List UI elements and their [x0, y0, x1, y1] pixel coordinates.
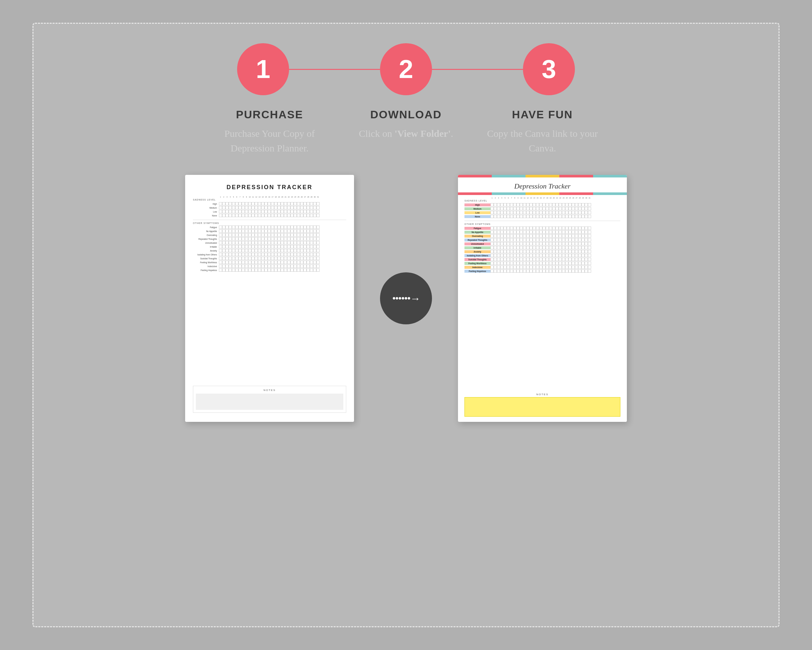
colored-stripes-top: [458, 175, 627, 177]
stripe-b3: [525, 193, 559, 195]
tracker-row: Repeated Thoughts: [464, 238, 620, 242]
tracker-row: Medium: [464, 207, 620, 210]
tracker-row: Unmotivated: [193, 241, 346, 245]
step-line-2: [432, 69, 523, 70]
step-1-title: PURCHASE: [201, 108, 338, 121]
stripe-5: [593, 175, 627, 177]
tracker-row: Isolating from Others: [193, 253, 346, 256]
tracker-row: Overeating: [193, 233, 346, 237]
tracker-row: Medium: [193, 206, 346, 209]
colored-body: 1234567891011121314151617181920212223242…: [458, 197, 627, 422]
tracker-row: None: [464, 215, 620, 218]
colored-header-row: 1234567891011121314151617181920212223242…: [464, 197, 620, 199]
colored-symptom-rows: FatigueNo AppetiteOvereatingRepeated Tho…: [464, 226, 620, 273]
colored-notes-area: [464, 397, 620, 417]
colored-doc-title: Depression Tracker: [458, 182, 627, 190]
plain-notes-label: NOTES: [196, 389, 343, 392]
steps-section: 1 2 3 PURCHASE Purchase Your Copy of Dep…: [46, 43, 766, 155]
plain-notes-area: [196, 393, 343, 410]
plain-symptoms-label: OTHER SYMPTOMS: [193, 222, 346, 224]
stripe-b5: [593, 193, 627, 195]
colored-sadness-label: SADNESS LEVEL: [464, 200, 620, 202]
step-2-info: DOWNLOAD Click on 'View Folder'.: [338, 108, 474, 155]
colored-notes-label: NOTES: [464, 393, 620, 396]
stripe-b2: [492, 193, 525, 195]
plain-doc-card: DEPRESSION TRACKER 123456789101112131415…: [185, 175, 354, 422]
step-line-1: [289, 69, 380, 70]
plain-notes-section: NOTES: [193, 386, 346, 413]
step-3-title: HAVE FUN: [474, 108, 611, 121]
step-2-circle: 2: [380, 43, 432, 95]
stripe-2: [492, 175, 525, 177]
step-3-info: HAVE FUN Copy the Canva link to your Can…: [474, 108, 611, 155]
stripe-b1: [458, 193, 492, 195]
tracker-row: None: [193, 214, 346, 217]
tracker-row: High: [464, 203, 620, 206]
tracker-row: Feeling Hopeless: [193, 268, 346, 272]
stripe-3: [525, 175, 559, 177]
step-1-info: PURCHASE Purchase Your Copy of Depressio…: [201, 108, 338, 155]
step-2-plain: Click on: [359, 128, 395, 139]
colored-stripes-bottom: [458, 193, 627, 194]
outer-container: 1 2 3 PURCHASE Purchase Your Copy of Dep…: [32, 23, 780, 627]
tracker-row: Fatigue: [193, 226, 346, 229]
tracker-row: Anxiety: [464, 250, 620, 253]
tracker-row: Anxiety: [193, 249, 346, 252]
tracker-row: Indecisive: [464, 266, 620, 269]
tracker-row: Suicidal Thoughts: [193, 257, 346, 260]
step-3-circle: 3: [523, 43, 575, 95]
colored-header-nums: 1234567891011121314151617181920212223242…: [490, 197, 591, 199]
tracker-row: Low: [193, 210, 346, 213]
tracker-row: Overeating: [464, 234, 620, 237]
plain-doc-title: DEPRESSION TRACKER: [193, 184, 346, 191]
colored-symptoms-label: OTHER SYMPTOMS: [464, 223, 620, 225]
docs-section: DEPRESSION TRACKER 123456789101112131415…: [46, 175, 766, 422]
plain-sadness-rows: HighMediumLowNone: [193, 202, 346, 218]
steps-row: 1 2 3: [237, 43, 575, 95]
tracker-row: No Appetite: [193, 229, 346, 233]
plain-header-nums: 1234567891011121314151617181920212223242…: [219, 196, 320, 198]
tracker-row: Indecisive: [193, 265, 346, 268]
colored-sadness-rows: HighMediumLowNone: [464, 203, 620, 219]
step-3-desc: Copy the Canva link to your Canva.: [474, 126, 611, 155]
tracker-row: High: [193, 202, 346, 205]
stripe-b4: [559, 193, 593, 195]
steps-labels: PURCHASE Purchase Your Copy of Depressio…: [46, 108, 766, 155]
tracker-row: Feeling Worthless: [464, 262, 620, 265]
tracker-row: Low: [464, 211, 620, 214]
plain-header-row: 1234567891011121314151617181920212223242…: [193, 196, 346, 198]
tracker-row: Unmotivated: [464, 242, 620, 245]
step-1-desc: Purchase Your Copy of Depression Planner…: [201, 126, 338, 155]
tracker-row: Fatigue: [464, 226, 620, 230]
stripe-4: [559, 175, 593, 177]
step-2-bold: 'View Folder': [395, 128, 451, 139]
tracker-row: Isolating from Others: [464, 254, 620, 257]
tracker-row: Feeling Worthless: [193, 261, 346, 264]
plain-sadness-label: SADNESS LEVEL: [193, 199, 346, 201]
stripe-1: [458, 175, 492, 177]
colored-doc-card: Depression Tracker 123456789101112131415…: [458, 175, 627, 422]
tracker-row: Feeling Hopeless: [464, 269, 620, 273]
tracker-row: Irritable: [193, 245, 346, 248]
step-1-circle: 1: [237, 43, 289, 95]
tracker-row: Irritable: [464, 246, 620, 249]
arrow-button[interactable]: ••••••→: [380, 272, 432, 324]
step-2-title: DOWNLOAD: [338, 108, 474, 121]
arrow-icon: ••••••→: [392, 292, 420, 304]
plain-symptom-rows: FatigueNo AppetiteOvereatingRepeated Tho…: [193, 226, 346, 272]
tracker-row: Suicidal Thoughts: [464, 258, 620, 261]
tracker-row: No Appetite: [464, 231, 620, 234]
tracker-row: Repeated Thoughts: [193, 237, 346, 240]
step-2-end: .: [451, 128, 453, 139]
step-2-desc: Click on 'View Folder'.: [338, 126, 474, 141]
